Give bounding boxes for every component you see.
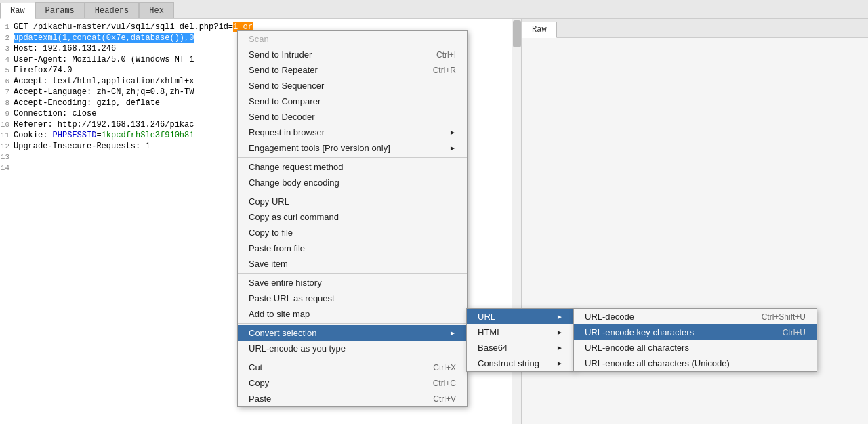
menu-item-request-browser[interactable]: Request in browser ► xyxy=(238,125,467,140)
menu-label: Paste xyxy=(249,394,271,404)
menu-item-send-sequencer[interactable]: Send to Sequencer xyxy=(238,78,467,93)
menu-label: Cut xyxy=(249,362,262,373)
menu-shortcut: Ctrl+V xyxy=(433,394,456,404)
line-number: 6 xyxy=(0,76,14,87)
line-number: 7 xyxy=(0,87,14,98)
menu-shortcut: Ctrl+C xyxy=(433,379,456,388)
submenu2-item-url-decode[interactable]: URL-decode Ctrl+Shift+U xyxy=(574,309,817,324)
submenu-label: URL xyxy=(478,312,495,322)
line-number: 9 xyxy=(0,108,14,119)
menu-item-change-body[interactable]: Change body encoding xyxy=(238,175,467,190)
line-number: 2 xyxy=(0,33,14,43)
menu-item-url-encode-type[interactable]: URL-encode as you type xyxy=(238,341,467,356)
submenu-label: HTML xyxy=(478,327,501,337)
menu-item-paste-url[interactable]: Paste URL as request xyxy=(238,291,467,306)
arrow-icon: ► xyxy=(556,344,563,352)
line-number: 8 xyxy=(0,98,14,108)
arrow-icon: ► xyxy=(556,360,563,367)
menu-label: Copy URL xyxy=(249,196,289,207)
menu-item-scan[interactable]: Scan xyxy=(238,31,467,47)
menu-label: Add to site map xyxy=(249,309,310,319)
menu-item-copy-file[interactable]: Copy to file xyxy=(238,225,467,240)
menu-item-send-comparer[interactable]: Send to Comparer xyxy=(238,93,467,109)
menu-label: Send to Comparer xyxy=(249,96,321,106)
submenu2-shortcut: Ctrl+Shift+U xyxy=(762,312,806,322)
menu-item-change-method[interactable]: Change request method xyxy=(238,159,467,175)
menu-item-save-item[interactable]: Save item xyxy=(238,256,467,272)
menu-label: Copy as curl command xyxy=(249,212,339,222)
menu-item-copy[interactable]: Copy Ctrl+C xyxy=(238,375,467,391)
submenu-item-construct-string[interactable]: Construct string ► xyxy=(467,356,574,371)
arrow-icon: ► xyxy=(449,129,456,136)
menu-item-convert-selection[interactable]: Convert selection ► xyxy=(238,325,467,341)
submenu2-shortcut: Ctrl+U xyxy=(783,328,806,337)
menu-label: Send to Sequencer xyxy=(249,81,324,91)
submenu-label: Base64 xyxy=(478,343,508,353)
line-number: 14 xyxy=(0,163,14,173)
menu-item-engagement-tools[interactable]: Engagement tools [Pro version only] ► xyxy=(238,140,467,156)
menu-label: Scan xyxy=(249,34,269,44)
menu-label: Send to Repeater xyxy=(249,65,318,75)
submenu2-label: URL-encode all characters (Unicode) xyxy=(585,358,730,368)
submenu-item-html[interactable]: HTML ► xyxy=(467,324,574,340)
submenu-item-url[interactable]: URL ► xyxy=(467,309,574,324)
submenu2-item-url-encode-key[interactable]: URL-encode key characters Ctrl+U xyxy=(574,324,817,340)
submenu2-item-url-encode-unicode[interactable]: URL-encode all characters (Unicode) xyxy=(574,356,817,371)
menu-shortcut: Ctrl+R xyxy=(433,66,456,75)
menu-separator xyxy=(238,358,467,358)
menu-item-add-sitemap[interactable]: Add to site map xyxy=(238,306,467,322)
scrollbar-thumb xyxy=(513,20,521,47)
menu-label: Change request method xyxy=(249,162,343,172)
menu-item-send-repeater[interactable]: Send to Repeater Ctrl+R xyxy=(238,62,467,78)
line-number: 11 xyxy=(0,130,14,141)
menu-item-cut[interactable]: Cut Ctrl+X xyxy=(238,360,467,375)
menu-separator xyxy=(238,323,467,324)
submenu2-item-url-encode-all[interactable]: URL-encode all characters xyxy=(574,340,817,356)
menu-item-send-intruder[interactable]: Send to Intruder Ctrl+I xyxy=(238,47,467,62)
submenu-item-base64[interactable]: Base64 ► xyxy=(467,340,574,356)
menu-shortcut: Ctrl+I xyxy=(436,50,456,60)
menu-separator xyxy=(238,273,467,274)
tab-raw[interactable]: Raw xyxy=(0,3,35,19)
menu-item-paste[interactable]: Paste Ctrl+V xyxy=(238,391,467,406)
submenu-url-options: URL-decode Ctrl+Shift+U URL-encode key c… xyxy=(573,308,817,372)
right-tab-bar: Raw xyxy=(522,19,868,38)
line-number: 3 xyxy=(0,43,14,54)
menu-label: Change body encoding xyxy=(249,177,339,188)
menu-item-copy-curl[interactable]: Copy as curl command xyxy=(238,209,467,225)
menu-separator xyxy=(238,192,467,192)
menu-item-send-decoder[interactable]: Send to Decoder xyxy=(238,109,467,125)
menu-label: Request in browser xyxy=(249,127,325,137)
menu-label: Save entire history xyxy=(249,278,322,288)
submenu-label: Construct string xyxy=(478,358,539,368)
menu-label: Engagement tools [Pro version only] xyxy=(249,143,390,153)
menu-item-copy-url[interactable]: Copy URL xyxy=(238,194,467,209)
menu-shortcut: Ctrl+X xyxy=(433,363,456,373)
line-number: 5 xyxy=(0,65,14,76)
line-number: 4 xyxy=(0,54,14,65)
menu-item-paste-file[interactable]: Paste from file xyxy=(238,240,467,256)
submenu2-label: URL-encode all characters xyxy=(585,343,689,353)
menu-label: Copy xyxy=(249,378,269,388)
line-number: 12 xyxy=(0,141,14,152)
menu-label: Send to Intruder xyxy=(249,49,312,60)
submenu-convert-selection: URL ► HTML ► Base64 ► Construct string ► xyxy=(466,308,575,372)
line-number: 13 xyxy=(0,152,14,163)
menu-label: Convert selection xyxy=(249,328,316,338)
line-number: 1 xyxy=(0,22,14,33)
left-tab-bar: Raw Params Headers Hex xyxy=(0,0,868,19)
context-menu: Scan Send to Intruder Ctrl+I Send to Rep… xyxy=(237,30,468,407)
submenu2-label: URL-decode xyxy=(585,312,634,322)
menu-item-save-history[interactable]: Save entire history xyxy=(238,275,467,291)
menu-label: Save item xyxy=(249,259,288,269)
tab-params[interactable]: Params xyxy=(35,2,85,18)
arrow-icon: ► xyxy=(556,328,563,336)
tab-raw-right[interactable]: Raw xyxy=(522,22,557,38)
line-number: 10 xyxy=(0,119,14,130)
menu-label: Paste from file xyxy=(249,243,305,253)
menu-label: Send to Decoder xyxy=(249,112,315,122)
menu-label: Copy to file xyxy=(249,228,293,238)
tab-hex[interactable]: Hex xyxy=(139,2,174,18)
arrow-icon: ► xyxy=(449,144,456,152)
tab-headers[interactable]: Headers xyxy=(85,2,139,18)
